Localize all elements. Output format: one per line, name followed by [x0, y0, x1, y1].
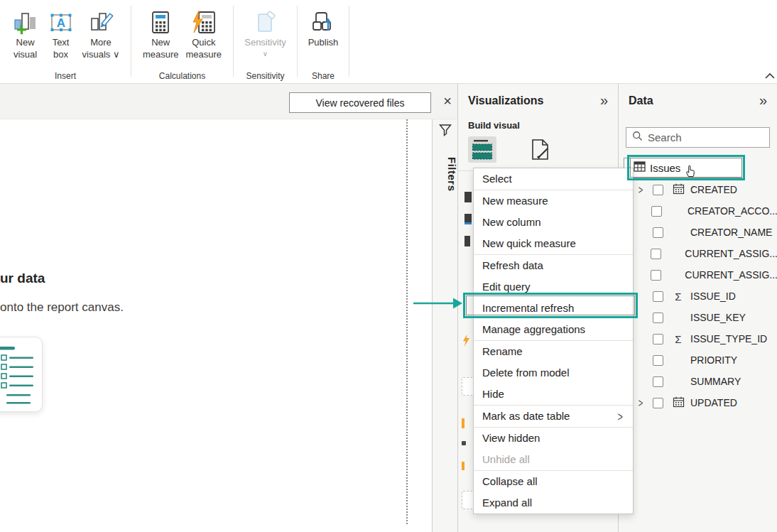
- menu-item-mark-as-date-table[interactable]: Mark as date table>: [474, 406, 633, 427]
- menu-item-incremental-refresh[interactable]: Incremental refresh: [474, 298, 633, 319]
- tab-build-visual[interactable]: [468, 136, 496, 163]
- field-label: PRIORITY: [690, 354, 737, 366]
- table-icon: [634, 161, 646, 175]
- search-icon: [632, 131, 643, 144]
- field-row[interactable]: CREATOR_ACCO...: [619, 200, 777, 222]
- calendar-icon: [668, 396, 689, 409]
- table-row-issues[interactable]: Issues: [624, 158, 742, 178]
- menu-item-refresh-data[interactable]: Refresh data: [474, 255, 633, 276]
- field-checkbox[interactable]: [653, 227, 663, 238]
- report-canvas: ur data onto the report canvas.: [0, 119, 432, 532]
- menu-item-collapse-all[interactable]: Collapse all: [474, 471, 633, 492]
- menu-item-expand-all[interactable]: Expand all: [474, 492, 633, 514]
- search-input[interactable]: [648, 131, 754, 143]
- filter-funnel-icon: [438, 123, 452, 140]
- collapse-data-pane-icon[interactable]: »: [759, 92, 767, 109]
- field-checkbox[interactable]: [653, 185, 663, 195]
- sensitivity-icon: [251, 9, 280, 37]
- ribbon-group-label-calculations: Calculations: [131, 71, 233, 81]
- quick-measure-label-2: measure: [186, 49, 222, 61]
- sigma-icon: Σ: [668, 291, 689, 302]
- field-row[interactable]: PRIORITY: [619, 349, 777, 371]
- field-checkbox[interactable]: [651, 270, 661, 281]
- field-checkbox[interactable]: [651, 249, 661, 259]
- menu-item-unhide-all: Unhide all: [474, 449, 633, 470]
- expand-chevron-icon[interactable]: >: [639, 183, 652, 197]
- menu-item-new-measure[interactable]: New measure: [474, 190, 633, 212]
- menu-item-hide[interactable]: Hide: [474, 384, 633, 405]
- visual-gallery-fragment: [464, 236, 470, 246]
- field-label: UPDATED: [690, 397, 737, 408]
- filters-pane-title: Filters: [433, 142, 458, 206]
- more-visuals-icon: [87, 9, 115, 37]
- menu-item-manage-aggregations[interactable]: Manage aggregations: [474, 319, 633, 340]
- new-visual-button[interactable]: New visual: [11, 9, 40, 61]
- field-label: CURRENT_ASSIG...: [685, 248, 777, 259]
- field-checkbox[interactable]: [653, 291, 663, 302]
- field-label: CREATED: [690, 184, 737, 195]
- collapse-visualizations-pane-icon[interactable]: »: [600, 92, 608, 109]
- tab-format-visual[interactable]: [528, 138, 552, 162]
- sigma-icon: Σ: [668, 334, 689, 344]
- publish-label: Publish: [308, 37, 339, 49]
- page-edge-dotted-line: [406, 119, 408, 524]
- field-row[interactable]: >CREATED: [619, 179, 777, 200]
- menu-item-select[interactable]: Select: [474, 168, 633, 190]
- field-checkbox[interactable]: [653, 355, 663, 366]
- field-label: ISSUE_TYPE_ID: [690, 333, 767, 344]
- menu-item-delete-from-model[interactable]: Delete from model: [474, 362, 633, 384]
- field-row[interactable]: CURRENT_ASSIG...: [619, 264, 777, 286]
- submenu-chevron-icon: >: [617, 403, 622, 430]
- menu-item-new-quick-measure[interactable]: New quick measure: [474, 233, 633, 254]
- quick-measure-label-1: Quick: [192, 37, 215, 49]
- ribbon: New visual A Text box: [0, 0, 777, 84]
- filters-pane-collapsed[interactable]: Filters: [432, 119, 457, 532]
- ribbon-separator: [349, 6, 349, 77]
- field-label: CREATOR_NAME: [690, 227, 772, 238]
- field-checkbox[interactable]: [653, 334, 663, 344]
- visual-gallery-fragment: [462, 418, 464, 428]
- field-row[interactable]: ΣISSUE_ID: [619, 286, 777, 307]
- field-checkbox[interactable]: [651, 206, 662, 217]
- ribbon-group-label-sensitivity: Sensitivity: [234, 71, 297, 81]
- quick-measure-button[interactable]: Quick measure: [186, 9, 222, 61]
- menu-item-view-hidden[interactable]: View hidden: [474, 428, 633, 449]
- search-box[interactable]: [626, 127, 770, 148]
- sensitivity-button[interactable]: Sensitivity ∨: [244, 9, 286, 58]
- visual-gallery-fragment: [462, 441, 466, 445]
- more-visuals-label-1: More: [90, 37, 112, 49]
- publish-icon: [309, 9, 337, 37]
- field-row[interactable]: ISSUE_KEY: [619, 307, 777, 328]
- more-visuals-button[interactable]: More visuals ∨: [82, 9, 120, 61]
- canvas-body-fragment: onto the report canvas.: [0, 300, 124, 315]
- field-well-fragment: [462, 491, 474, 509]
- format-paintbrush-icon: [528, 138, 551, 162]
- ribbon-group-calculations: New measure Quick: [131, 0, 233, 83]
- close-icon[interactable]: ×: [438, 91, 457, 111]
- field-checkbox[interactable]: [653, 398, 663, 408]
- field-row[interactable]: CREATOR_NAME: [619, 222, 777, 243]
- field-checkbox[interactable]: [653, 313, 663, 323]
- data-pane-title: Data: [629, 94, 653, 107]
- calendar-icon: [668, 183, 689, 196]
- publish-button[interactable]: Publish: [308, 9, 339, 49]
- field-label: CURRENT_ASSIG...: [685, 269, 777, 281]
- field-checkbox[interactable]: [653, 376, 663, 387]
- menu-item-new-column[interactable]: New column: [474, 212, 633, 233]
- view-recovered-files-button[interactable]: View recovered files: [289, 92, 431, 113]
- field-row[interactable]: >UPDATED: [619, 392, 777, 413]
- expand-chevron-icon[interactable]: >: [639, 396, 652, 410]
- data-pane: Data » Issues >CREATEDCREA: [618, 84, 777, 532]
- new-measure-button[interactable]: New measure: [143, 9, 179, 61]
- collapse-ribbon-icon[interactable]: [764, 70, 776, 79]
- field-row[interactable]: ΣISSUE_TYPE_ID: [619, 328, 777, 349]
- more-visuals-label-2: visuals ∨: [82, 49, 120, 61]
- menu-item-rename[interactable]: Rename: [474, 341, 633, 362]
- field-row[interactable]: CURRENT_ASSIG...: [619, 243, 777, 264]
- field-row[interactable]: SUMMARY: [619, 371, 777, 392]
- field-well-fragment: [462, 377, 474, 396]
- menu-item-edit-query[interactable]: Edit query: [474, 276, 633, 298]
- quick-measure-icon: [190, 9, 218, 37]
- text-box-button[interactable]: A Text box: [47, 9, 75, 61]
- sensitivity-caret: ∨: [263, 49, 268, 58]
